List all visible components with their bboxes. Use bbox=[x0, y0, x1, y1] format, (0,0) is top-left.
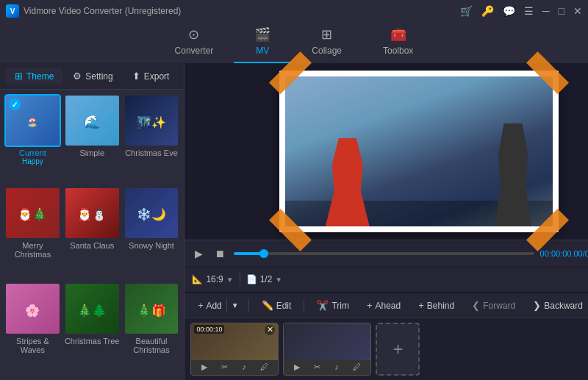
ahead-button[interactable]: + Ahead bbox=[359, 297, 408, 314]
tab-converter[interactable]: ⊙ Converter bbox=[154, 21, 234, 63]
clip1-edit-icon[interactable]: 🖊 bbox=[260, 362, 268, 371]
add-clip-button[interactable]: + bbox=[376, 323, 420, 376]
preview-video bbox=[285, 76, 553, 226]
theme-label-xmas-tree: Christmas Tree bbox=[64, 335, 121, 348]
tab-mv-label: MV bbox=[256, 46, 269, 56]
theme-item-stripes[interactable]: 🌸 Stripes & Waves bbox=[4, 282, 61, 376]
tab-toolbox[interactable]: 🧰 Toolbox bbox=[362, 21, 434, 63]
ahead-label: Ahead bbox=[376, 301, 401, 311]
clip1-play-icon[interactable]: ▶ bbox=[201, 362, 207, 372]
edit-icon: ✏️ bbox=[262, 300, 273, 311]
close-icon[interactable]: ✕ bbox=[573, 5, 582, 17]
behind-icon: + bbox=[418, 300, 424, 311]
trim-label: Trim bbox=[331, 301, 349, 311]
backward-icon: ❯ bbox=[533, 300, 541, 311]
theme-item-snowy[interactable]: ❄️🌙 Snowy Night bbox=[123, 187, 180, 280]
ahead-icon: + bbox=[367, 300, 373, 311]
aspect-ratio-select[interactable]: 📐 16:9 ▼ bbox=[192, 274, 233, 284]
minimize-icon[interactable]: ─ bbox=[542, 5, 550, 17]
preview-area bbox=[184, 63, 588, 240]
titlebar-title: Vidmore Video Converter (Unregistered) bbox=[24, 6, 181, 16]
preview-figure2 bbox=[495, 123, 531, 226]
preview-figure1 bbox=[326, 138, 370, 226]
theme-item-xmas-eve[interactable]: 🌃✨ Christmas Eve bbox=[123, 94, 180, 184]
trim-button[interactable]: ✂️ Trim bbox=[309, 297, 356, 314]
behind-button[interactable]: + Behind bbox=[411, 297, 462, 314]
backward-label: Backward bbox=[544, 301, 583, 311]
time-current: 00:00:00.00 bbox=[540, 249, 583, 258]
add-clip-icon: + bbox=[392, 339, 403, 359]
backward-button[interactable]: ❯ Backward bbox=[526, 297, 588, 314]
subtab-export[interactable]: ⬆ Export bbox=[123, 68, 179, 85]
tab-collage-label: Collage bbox=[312, 46, 342, 56]
collage-icon: ⊞ bbox=[321, 26, 332, 43]
forward-icon: ❮ bbox=[472, 300, 480, 311]
theme-item-simple[interactable]: 🌊 Simple bbox=[64, 94, 121, 184]
media-clip-1: 00:00:10 ✕ ▶ ✂ ♪ 🖊 bbox=[190, 323, 279, 376]
time-display: 00:00:00.00/00:00:17.10 bbox=[540, 249, 588, 258]
theme-grid: ✓ 🏖️ Current Happy 🌊 Simple bbox=[0, 90, 184, 380]
mv-icon: 🎬 bbox=[254, 26, 270, 43]
page-icon: 📄 bbox=[246, 274, 257, 284]
clip2-edit-icon[interactable]: 🖊 bbox=[353, 362, 361, 371]
forward-button[interactable]: ❮ Forward bbox=[465, 297, 523, 314]
main-area: ⊞ Theme ⚙ Setting ⬆ Export ✓ 🏖️ bbox=[0, 63, 588, 380]
time-total: 00:00:17.10 bbox=[585, 249, 588, 258]
menu-icon[interactable]: ☰ bbox=[524, 5, 534, 17]
clip1-audio-icon[interactable]: ♪ bbox=[242, 362, 246, 371]
media-clip-2: ▶ ✂ ♪ 🖊 bbox=[283, 323, 371, 376]
page-value: 1/2 bbox=[260, 274, 273, 284]
subtab-theme[interactable]: ⊞ Theme bbox=[6, 68, 62, 85]
subtab-setting[interactable]: ⚙ Setting bbox=[64, 68, 121, 85]
edit-button[interactable]: ✏️ Edit bbox=[254, 297, 299, 314]
restore-icon[interactable]: □ bbox=[559, 5, 564, 17]
titlebar-controls: 🛒 🔑 💬 ☰ ─ □ ✕ bbox=[460, 5, 582, 17]
add-button[interactable]: + Add bbox=[190, 298, 226, 314]
add-label: Add bbox=[206, 301, 221, 311]
add-button-group: + Add ▼ bbox=[190, 298, 243, 314]
chat-icon[interactable]: 💬 bbox=[503, 5, 515, 17]
clip1-close[interactable]: ✕ bbox=[265, 325, 275, 335]
left-panel: ⊞ Theme ⚙ Setting ⬆ Export ✓ 🏖️ bbox=[0, 63, 184, 380]
theme-label-beautiful: Beautiful Christmas bbox=[123, 335, 180, 357]
clip2-audio-icon[interactable]: ♪ bbox=[334, 362, 339, 371]
subtab-setting-label: Setting bbox=[85, 71, 112, 82]
app-logo: V bbox=[6, 4, 19, 18]
progress-dot bbox=[259, 249, 268, 258]
clip2-play-icon[interactable]: ▶ bbox=[294, 362, 300, 372]
setting-subtab-icon: ⚙ bbox=[73, 71, 82, 82]
play-button[interactable]: ▶ bbox=[192, 246, 206, 261]
preview-frame-wrapper bbox=[279, 71, 559, 232]
titlebar-left: V Vidmore Video Converter (Unregistered) bbox=[6, 4, 181, 18]
theme-label-santa: Santa Claus bbox=[64, 240, 121, 253]
progress-bar[interactable] bbox=[234, 252, 534, 255]
theme-label-stripes: Stripes & Waves bbox=[4, 335, 61, 357]
page-chevron-icon: ▼ bbox=[275, 276, 282, 284]
converter-icon: ⊙ bbox=[188, 26, 199, 43]
right-panel: ▶ ⏹ 00:00:00.00/00:00:17.10 🔊 📐 16:9 ▼ 📄… bbox=[184, 63, 588, 380]
add-dropdown-icon[interactable]: ▼ bbox=[226, 298, 243, 312]
forward-label: Forward bbox=[483, 301, 515, 311]
theme-item-santa[interactable]: 🎅⛄ Santa Claus bbox=[64, 187, 121, 280]
tab-toolbox-label: Toolbox bbox=[383, 46, 413, 56]
clip1-cut-icon[interactable]: ✂ bbox=[221, 362, 228, 372]
theme-label-simple: Simple bbox=[64, 147, 121, 160]
cart-icon[interactable]: 🛒 bbox=[460, 5, 473, 17]
stop-button[interactable]: ⏹ bbox=[212, 246, 228, 261]
bottom-toolbar: + Add ▼ ✏️ Edit ✂️ Trim + Ahead + Behin bbox=[184, 292, 588, 318]
theme-item-beautiful[interactable]: 🎄🎁 Beautiful Christmas bbox=[123, 282, 180, 376]
key-icon[interactable]: 🔑 bbox=[481, 5, 494, 17]
theme-item-xmas-tree[interactable]: 🎄🌲 Christmas Tree bbox=[64, 282, 121, 376]
theme-subtab-icon: ⊞ bbox=[15, 71, 23, 82]
clip2-cut-icon[interactable]: ✂ bbox=[314, 362, 320, 372]
clip1-time: 00:00:10 bbox=[194, 325, 224, 334]
aspect-ratio-icon: 📐 bbox=[192, 274, 203, 284]
page-select[interactable]: 📄 1/2 ▼ bbox=[246, 274, 283, 284]
theme-item-merry-xmas[interactable]: 🎅🎄 Merry Christmas bbox=[4, 187, 61, 280]
add-icon: + bbox=[198, 301, 203, 311]
theme-item-current[interactable]: ✓ 🏖️ Current Happy bbox=[4, 94, 61, 184]
sep-2 bbox=[304, 299, 304, 312]
sep-1 bbox=[248, 299, 249, 312]
aspect-chevron-icon: ▼ bbox=[226, 276, 234, 284]
tab-mv[interactable]: 🎬 MV bbox=[234, 21, 291, 63]
